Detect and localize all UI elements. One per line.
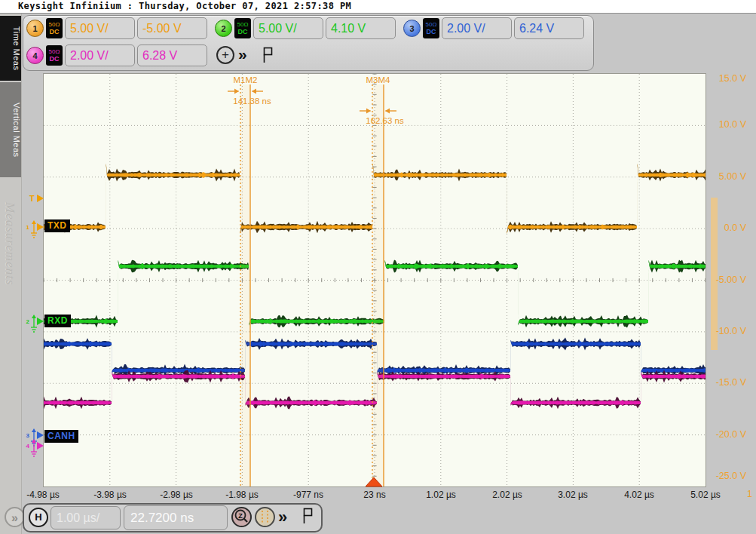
- channel-2-coupling-badge[interactable]: 50Ω DC: [234, 18, 251, 38]
- channel-2-button[interactable]: 2: [215, 20, 232, 37]
- trigger-level-label: T: [29, 194, 35, 203]
- timebase-field[interactable]: 1.00 µs/: [51, 506, 121, 529]
- trigger-level-icon[interactable]: [37, 195, 44, 202]
- trace-label-txd[interactable]: TXD: [44, 219, 70, 232]
- zoom-letter: Z: [238, 512, 243, 520]
- sidebar: Time Meas Vertical Meas Measurements: [0, 14, 22, 534]
- channel-4-ground-icon[interactable]: 4: [26, 439, 44, 456]
- x-axis-tick-label: 23 ns: [363, 490, 385, 500]
- channel-2-offset-field[interactable]: 4.10 V: [326, 17, 396, 39]
- channel-1-offset-field[interactable]: -5.00 V: [137, 17, 207, 39]
- marker-pair-label: M1M2: [234, 75, 258, 84]
- svg-text:1: 1: [26, 224, 30, 231]
- waveform-display[interactable]: T1234M1M2141.38 nsM3M4162.63 ns: [44, 74, 705, 486]
- coupling-label: DC: [238, 29, 248, 35]
- waveform-canvas: T1234: [44, 74, 705, 486]
- x-axis-tick-label: 3.02 µs: [558, 490, 588, 500]
- x-axis-tick-label: 2.02 µs: [492, 490, 522, 500]
- markers-button[interactable]: [255, 507, 275, 527]
- y-axis-tick-label: 0.0 V: [707, 222, 746, 233]
- channel-3-scale-field[interactable]: 2.00 V/: [442, 17, 512, 39]
- x-axis-tick-label: 1.02 µs: [426, 490, 456, 500]
- time-markers[interactable]: [228, 84, 396, 486]
- flag-icon[interactable]: [261, 46, 274, 65]
- left-gutter: T1234: [26, 194, 44, 456]
- sidebar-expand-button[interactable]: »: [5, 507, 25, 527]
- channel-4-scale-field[interactable]: 2.00 V/: [65, 44, 135, 66]
- tab-vertical-meas[interactable]: Vertical Meas: [0, 82, 21, 177]
- title-bar: Keysight Infiniium : Thursday, October 0…: [0, 0, 756, 14]
- marker-delta-value: 141.38 ns: [233, 97, 271, 106]
- marker-pair-label: M3M4: [366, 75, 390, 84]
- coupling-label: DC: [50, 56, 60, 63]
- channel-3-offset-field[interactable]: 6.24 V: [514, 17, 584, 39]
- channel-1-group: 1 50Ω DC 5.00 V/ -5.00 V: [26, 17, 207, 39]
- impedance-label: 50Ω: [426, 22, 437, 28]
- impedance-label: 50Ω: [49, 49, 60, 55]
- delay-field[interactable]: 22.7200 ns: [124, 505, 228, 530]
- channel-3-coupling-badge[interactable]: 50Ω DC: [423, 18, 439, 38]
- impedance-label: 50Ω: [237, 22, 249, 28]
- channel-2-group: 2 50Ω DC 5.00 V/ 4.10 V: [215, 17, 396, 39]
- svg-text:4: 4: [26, 443, 30, 450]
- channel-4-offset-field[interactable]: 6.28 V: [137, 44, 207, 66]
- channel-1-scale-field[interactable]: 5.00 V/: [65, 17, 135, 39]
- channel-2-ground-icon[interactable]: 2: [26, 315, 44, 332]
- coupling-label: DC: [50, 29, 60, 35]
- marker-delta-value: 162.63 ns: [366, 116, 404, 125]
- y-axis-tick-label: -10.0 V: [707, 326, 746, 336]
- x-axis-tick-label: -3.98 µs: [93, 490, 127, 500]
- y-axis-tick-label: -15.0 V: [707, 377, 746, 388]
- y-axis-channel-number: 1: [747, 489, 752, 499]
- svg-text:2: 2: [26, 318, 30, 325]
- channel-4-group: 4 50Ω DC 2.00 V/ 6.28 V: [26, 44, 207, 66]
- footer-more-chevron[interactable]: »: [278, 508, 287, 527]
- add-channel-button[interactable]: +: [216, 46, 234, 64]
- trace-label-rxd[interactable]: RXD: [44, 315, 71, 327]
- coupling-label: DC: [427, 29, 436, 35]
- channel-1-button[interactable]: 1: [26, 20, 44, 37]
- x-axis-tick-label: -1.98 µs: [225, 490, 259, 500]
- channel-1-coupling-badge[interactable]: 50Ω DC: [46, 18, 63, 38]
- y-axis-tick-label: -25.0 V: [707, 471, 746, 481]
- x-axis-tick-label: 4.02 µs: [624, 490, 654, 500]
- channel-2-scale-field[interactable]: 5.00 V/: [253, 17, 323, 39]
- channel-4-button[interactable]: 4: [26, 47, 44, 64]
- y-axis-tick-label: 10.0 V: [707, 119, 746, 130]
- footer-flag-icon[interactable]: [301, 507, 314, 526]
- x-axis-tick-label: -4.98 µs: [26, 490, 60, 500]
- y-axis-tick-label: 5.00 V: [707, 171, 746, 182]
- channel-3-group: 3 50Ω DC 2.00 V/ 6.24 V: [403, 17, 584, 39]
- measurements-watermark: Measurements: [2, 202, 17, 443]
- x-axis-tick-label: 5.02 µs: [690, 490, 721, 500]
- channel-4-coupling-badge[interactable]: 50Ω DC: [46, 45, 63, 66]
- zoom-button[interactable]: Z: [231, 507, 252, 527]
- x-axis-tick-label: -977 ns: [293, 490, 323, 500]
- tab-time-meas[interactable]: Time Meas: [0, 16, 21, 81]
- impedance-label: 50Ω: [49, 22, 60, 28]
- header-more-chevron[interactable]: »: [238, 45, 247, 63]
- svg-text:3: 3: [26, 432, 30, 439]
- y-axis-tick-label: 15.0 V: [707, 73, 746, 84]
- horizontal-menu-button[interactable]: H: [29, 508, 48, 527]
- channel-3-button[interactable]: 3: [403, 20, 421, 37]
- channel-1-ground-icon[interactable]: 1: [26, 220, 44, 238]
- y-axis-tick-label: -5.00 V: [707, 275, 746, 285]
- x-axis-tick-label: -2.98 µs: [160, 490, 193, 500]
- y-axis-tick-label: -20.0 V: [707, 429, 746, 440]
- trace-label-canh[interactable]: CANH: [44, 430, 78, 443]
